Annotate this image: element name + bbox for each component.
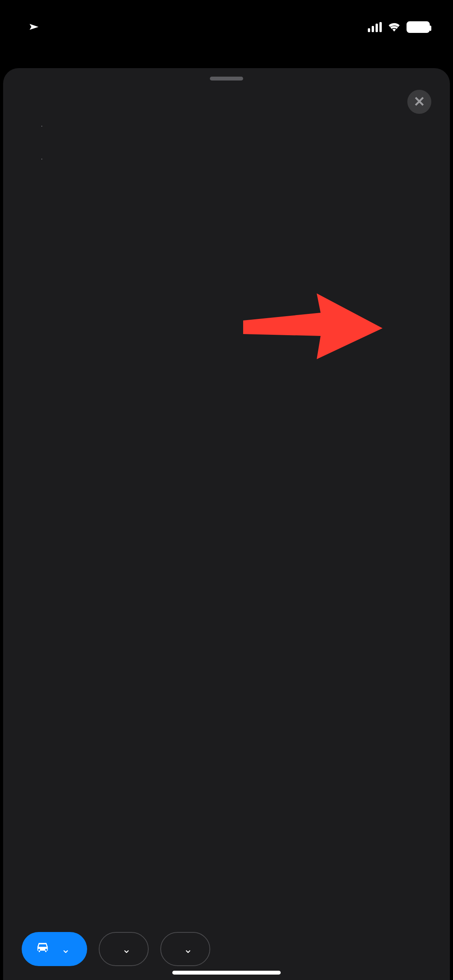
chevron-down-icon: ⌄ — [184, 943, 192, 956]
wifi-icon — [387, 21, 401, 33]
svg-marker-0 — [243, 293, 383, 359]
car-icon — [35, 941, 50, 958]
status-bar — [0, 0, 453, 54]
chevron-down-icon: ⌄ — [122, 943, 131, 956]
battery-icon — [407, 21, 430, 33]
mode-avoid-button[interactable]: ⌄ — [160, 932, 210, 966]
directions-sheet: ✕ ⌄ ⌄ ⌄ — [3, 68, 450, 980]
close-icon: ✕ — [414, 94, 425, 110]
close-button[interactable]: ✕ — [407, 90, 431, 114]
cellular-signal-icon — [368, 22, 382, 32]
mode-drive-button[interactable]: ⌄ — [22, 932, 87, 966]
mode-now-button[interactable]: ⌄ — [99, 932, 149, 966]
annotation-arrow — [243, 293, 383, 359]
home-indicator[interactable] — [172, 971, 281, 975]
status-left — [23, 20, 37, 35]
status-right — [368, 21, 430, 33]
sheet-grabber[interactable] — [210, 77, 243, 81]
location-services-icon — [23, 18, 41, 36]
transport-mode-bar: ⌄ ⌄ ⌄ — [3, 932, 450, 966]
sheet-header: ✕ — [3, 81, 450, 125]
chevron-down-icon: ⌄ — [61, 943, 70, 956]
